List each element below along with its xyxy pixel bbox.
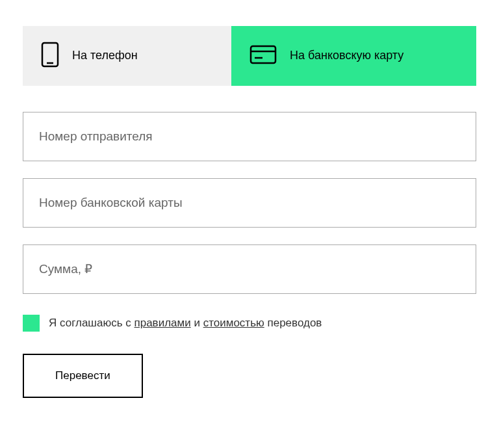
consent-prefix: Я соглашаюсь с [49,317,134,329]
cost-link[interactable]: стоимостью [203,317,264,329]
rules-link[interactable]: правилами [134,317,191,329]
svg-rect-2 [251,46,275,63]
consent-and: и [191,317,203,329]
consent-row: Я соглашаюсь с правилами и стоимостью пе… [23,315,476,332]
phone-icon [41,42,59,70]
tab-to-phone[interactable]: На телефон [23,26,231,86]
consent-suffix: переводов [264,317,322,329]
card-number-input[interactable] [23,178,476,228]
consent-text: Я соглашаюсь с правилами и стоимостью пе… [49,317,322,330]
submit-button[interactable]: Перевести [23,354,143,398]
consent-checkbox[interactable] [23,315,40,332]
tab-card-label: На банковскую карту [290,48,403,63]
amount-input[interactable] [23,244,476,294]
transfer-type-tabs: На телефон На банковскую карту [23,26,476,86]
tab-to-card[interactable]: На банковскую карту [231,26,476,86]
sender-number-input[interactable] [23,112,476,161]
tab-phone-label: На телефон [72,48,138,63]
card-icon [250,45,277,67]
